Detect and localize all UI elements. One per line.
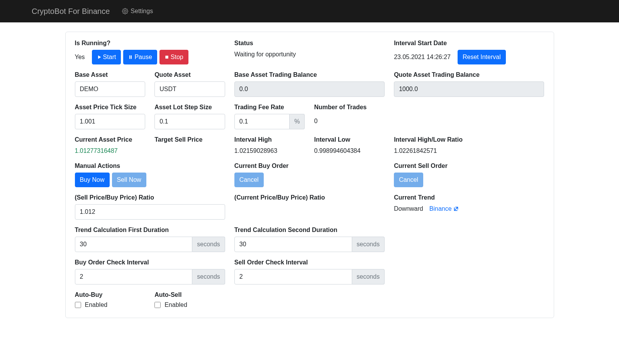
sell-check-input[interactable]	[234, 269, 352, 284]
is-running-label: Is Running?	[75, 40, 225, 47]
manual-actions-label: Manual Actions	[75, 163, 225, 169]
interval-start-value: 23.05.2021 14:26:27	[394, 52, 451, 62]
sell-buy-ratio-input[interactable]	[75, 204, 225, 220]
buy-check-input[interactable]	[75, 269, 193, 284]
buy-now-button[interactable]: Buy Now	[75, 173, 110, 187]
fee-rate-label: Trading Fee Rate	[234, 104, 305, 111]
current-price-value: 1.01277316487	[75, 146, 146, 156]
settings-link[interactable]: Settings	[122, 8, 153, 15]
auto-sell-checkbox[interactable]	[154, 302, 161, 308]
reset-interval-button[interactable]: Reset Interval	[458, 50, 506, 64]
start-button[interactable]: Start	[92, 50, 121, 64]
external-link-icon	[453, 206, 459, 212]
target-sell-label: Target Sell Price	[154, 136, 225, 143]
status-label: Status	[234, 40, 385, 47]
lot-step-label: Asset Lot Step Size	[154, 104, 225, 111]
stop-icon	[165, 55, 169, 59]
auto-sell-option-label: Enabled	[165, 301, 187, 308]
trend-second-suffix: seconds	[352, 237, 385, 252]
quote-balance-input	[394, 81, 544, 97]
base-asset-label: Base Asset	[75, 71, 146, 78]
current-buy-ratio-label: (Current Price/Buy Price) Ratio	[234, 194, 385, 201]
sell-check-label: Sell Order Check Interval	[234, 259, 385, 266]
base-balance-input	[234, 81, 385, 97]
sell-check-suffix: seconds	[352, 269, 385, 284]
stop-button[interactable]: Stop	[159, 50, 188, 64]
tick-size-input[interactable]	[75, 114, 146, 129]
num-trades-label: Number of Trades	[314, 104, 385, 111]
buy-check-suffix: seconds	[192, 269, 225, 284]
quote-asset-label: Quote Asset	[154, 71, 225, 78]
pause-button[interactable]: Pause	[123, 50, 157, 64]
fee-rate-suffix: %	[290, 114, 305, 129]
auto-buy-option-label: Enabled	[85, 301, 108, 308]
sell-buy-ratio-label: (Sell Price/Buy Price) Ratio	[75, 194, 225, 201]
lot-step-input[interactable]	[154, 114, 225, 129]
binance-link[interactable]: Binance	[429, 205, 459, 212]
auto-sell-label: Auto-Sell	[154, 291, 225, 298]
fee-rate-input[interactable]	[234, 114, 290, 129]
interval-ratio-label: Interval High/Low Ratio	[394, 136, 544, 143]
interval-start-label: Interval Start Date	[394, 40, 544, 47]
gear-icon	[122, 8, 128, 14]
buy-check-label: Buy Order Check Interval	[75, 259, 225, 266]
quote-balance-label: Quote Asset Trading Balance	[394, 71, 544, 78]
play-icon	[97, 55, 102, 59]
base-balance-label: Base Asset Trading Balance	[234, 71, 385, 78]
pause-icon	[128, 55, 133, 59]
trend-first-input[interactable]	[75, 237, 193, 252]
current-buy-order-label: Current Buy Order	[234, 163, 385, 169]
status-value: Waiting for opportunity	[234, 50, 385, 59]
interval-ratio-value: 1.02261842571	[394, 146, 544, 156]
base-asset-input[interactable]	[75, 81, 146, 97]
cancel-sell-button[interactable]: Cancel	[394, 173, 423, 187]
interval-low-label: Interval Low	[314, 136, 385, 143]
auto-buy-checkbox[interactable]	[75, 302, 81, 308]
trend-first-label: Trend Calculation First Duration	[75, 227, 225, 234]
interval-low-value: 0.998994604384	[314, 146, 385, 156]
quote-asset-input[interactable]	[154, 81, 225, 97]
num-trades-value: 0	[314, 114, 385, 126]
is-running-value: Yes	[75, 52, 85, 62]
trend-second-label: Trend Calculation Second Duration	[234, 227, 385, 234]
interval-high-value: 1.02159028963	[234, 146, 305, 156]
sell-now-button[interactable]: Sell Now	[112, 173, 146, 187]
trend-first-suffix: seconds	[192, 237, 225, 252]
navbar: CryptoBot For Binance Settings	[0, 0, 619, 22]
current-sell-order-label: Current Sell Order	[394, 163, 544, 169]
tick-size-label: Asset Price Tick Size	[75, 104, 146, 111]
cancel-buy-button[interactable]: Cancel	[234, 173, 264, 187]
trend-second-input[interactable]	[234, 237, 352, 252]
current-price-label: Current Asset Price	[75, 136, 146, 143]
current-trend-value: Downward	[394, 204, 423, 213]
current-trend-label: Current Trend	[394, 194, 544, 201]
auto-buy-label: Auto-Buy	[75, 291, 146, 298]
interval-high-label: Interval High	[234, 136, 305, 143]
main-panel: Is Running? Yes Start Pause	[65, 32, 554, 318]
navbar-brand[interactable]: CryptoBot For Binance	[32, 7, 110, 16]
